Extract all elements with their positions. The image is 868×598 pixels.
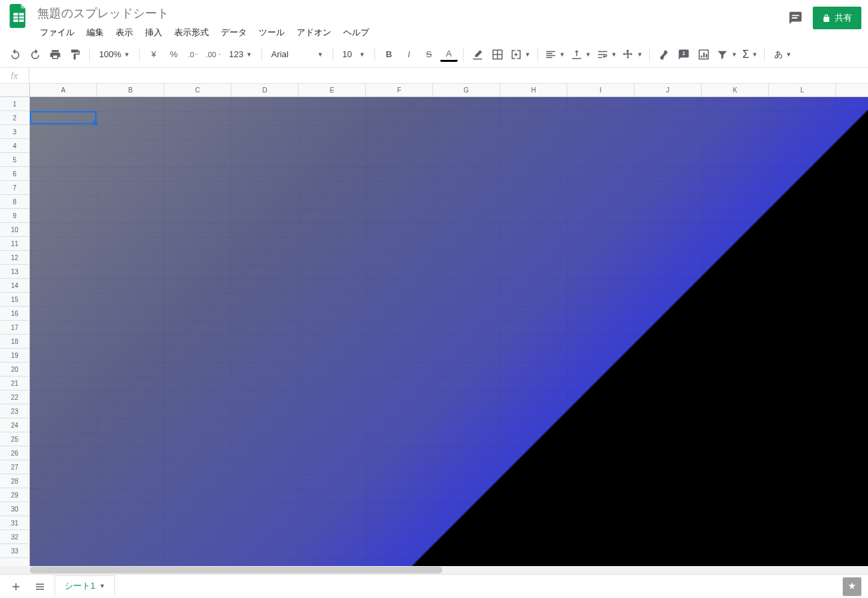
select-all-corner[interactable] [0,84,30,96]
comments-button[interactable] [786,9,805,27]
sheets-logo[interactable] [7,4,31,28]
row-header[interactable]: 7 [0,181,29,195]
row-header[interactable]: 3 [0,125,29,139]
column-header[interactable]: I [567,84,635,96]
decrease-decimal-button[interactable]: .0← [185,46,202,63]
borders-button[interactable] [489,46,506,63]
menu-file[interactable]: ファイル [35,24,80,41]
row-header[interactable]: 24 [0,418,29,432]
row-header[interactable]: 16 [0,307,29,321]
row-header[interactable]: 29 [0,488,29,502]
row-header[interactable]: 12 [0,251,29,265]
percent-button[interactable]: % [165,46,182,63]
column-header[interactable]: B [97,84,164,96]
selected-cell-outline[interactable] [30,111,96,124]
column-header[interactable]: E [299,84,366,96]
column-header[interactable]: D [231,84,299,96]
row-header[interactable]: 10 [0,223,29,237]
font-select[interactable]: Arial▼ [267,49,327,59]
functions-button[interactable]: Σ▼ [741,49,759,61]
menu-addons[interactable]: アドオン [291,24,337,41]
paint-format-button[interactable] [67,46,84,63]
insert-comment-button[interactable] [675,46,692,63]
column-header[interactable]: C [164,84,231,96]
merge-cells-button[interactable]: ▼ [509,49,532,61]
fill-color-button[interactable] [469,46,486,63]
row-header[interactable]: 23 [0,404,29,418]
row-header[interactable]: 11 [0,237,29,251]
zoom-value: 100% [99,49,121,59]
strikethrough-button[interactable]: S [420,46,438,63]
row-header[interactable]: 27 [0,460,29,474]
chevron-down-icon: ▼ [731,51,737,58]
grid-body[interactable]: 1234567891011121314151617181920212223242… [0,97,868,566]
column-header[interactable]: J [635,84,702,96]
menu-view[interactable]: 表示 [110,24,138,41]
document-title[interactable]: 無題のスプレッドシート [35,4,786,23]
column-header[interactable]: F [366,84,433,96]
vertical-align-button[interactable]: ▼ [569,49,593,61]
filter-button[interactable]: ▼ [715,49,738,61]
row-header[interactable]: 14 [0,279,29,293]
row-header[interactable]: 22 [0,390,29,404]
row-header[interactable]: 30 [0,502,29,516]
row-header[interactable]: 1 [0,97,29,111]
row-header[interactable]: 21 [0,376,29,390]
increase-decimal-button[interactable]: .00→ [205,46,222,63]
bold-button[interactable]: B [380,46,398,63]
all-sheets-button[interactable] [31,577,49,596]
text-rotate-button[interactable]: ▼ [621,49,644,61]
print-button[interactable] [47,46,64,63]
row-header[interactable]: 19 [0,349,29,363]
row-header[interactable]: 31 [0,516,29,530]
menu-format[interactable]: 表示形式 [169,24,214,41]
italic-button[interactable]: I [400,46,418,63]
row-header[interactable]: 8 [0,195,29,209]
more-formats-select[interactable]: 123▼ [225,49,256,59]
menu-edit[interactable]: 編集 [81,24,109,41]
row-header[interactable]: 15 [0,293,29,307]
row-header[interactable]: 17 [0,321,29,335]
font-size-select[interactable]: 10▼ [339,49,369,59]
row-header[interactable]: 4 [0,139,29,153]
input-tools-button[interactable]: あ▼ [770,49,796,61]
column-header[interactable]: A [30,84,97,96]
zoom-select[interactable]: 100%▼ [95,49,134,59]
row-header[interactable]: 33 [0,544,29,558]
row-header[interactable]: 28 [0,474,29,488]
column-header[interactable]: H [500,84,567,96]
column-header[interactable]: L [769,84,836,96]
formula-input[interactable] [29,71,868,80]
row-header[interactable]: 6 [0,167,29,181]
insert-link-button[interactable] [655,46,672,63]
text-color-button[interactable]: A [440,47,458,62]
undo-button[interactable] [7,46,24,63]
row-header[interactable]: 25 [0,432,29,446]
row-header[interactable]: 9 [0,209,29,223]
scrollbar-thumb[interactable] [30,567,442,573]
cells-area[interactable] [30,97,868,566]
currency-button[interactable]: ¥ [145,46,162,63]
explore-button[interactable] [843,577,861,596]
row-header[interactable]: 5 [0,153,29,167]
horizontal-scrollbar[interactable] [0,566,868,574]
share-button[interactable]: 共有 [813,7,861,29]
column-header[interactable]: G [433,84,500,96]
row-header[interactable]: 20 [0,363,29,376]
menu-data[interactable]: データ [216,24,252,41]
text-wrap-button[interactable]: ▼ [595,49,619,61]
menu-help[interactable]: ヘルプ [338,24,374,41]
row-header[interactable]: 2 [0,111,29,125]
menu-insert[interactable]: 挿入 [140,24,168,41]
row-header[interactable]: 32 [0,530,29,544]
horizontal-align-button[interactable]: ▼ [543,49,567,61]
row-header[interactable]: 13 [0,265,29,279]
menu-tools[interactable]: ツール [253,24,290,41]
redo-button[interactable] [27,46,44,63]
row-header[interactable]: 18 [0,335,29,349]
insert-chart-button[interactable] [695,46,712,63]
column-header[interactable]: K [702,84,769,96]
add-sheet-button[interactable] [7,577,25,596]
row-header[interactable]: 26 [0,446,29,460]
sheet-tab[interactable]: シート1 ▼ [55,575,115,596]
